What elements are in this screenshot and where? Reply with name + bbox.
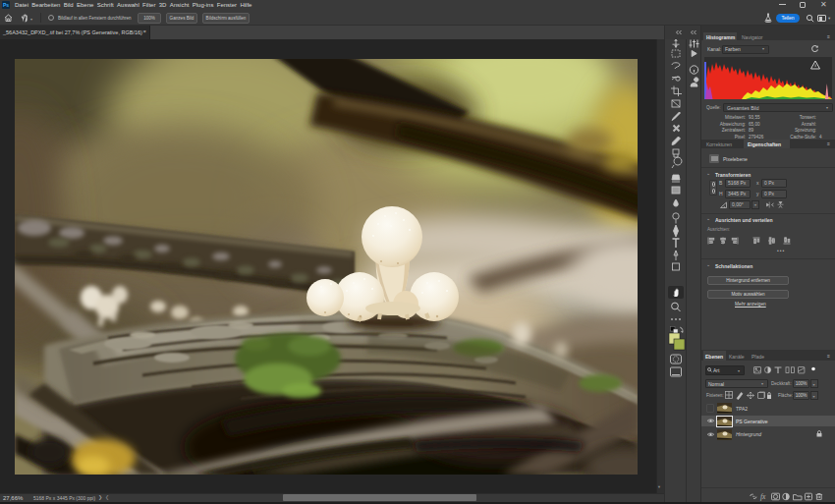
svg-text:fx: fx xyxy=(760,492,766,501)
